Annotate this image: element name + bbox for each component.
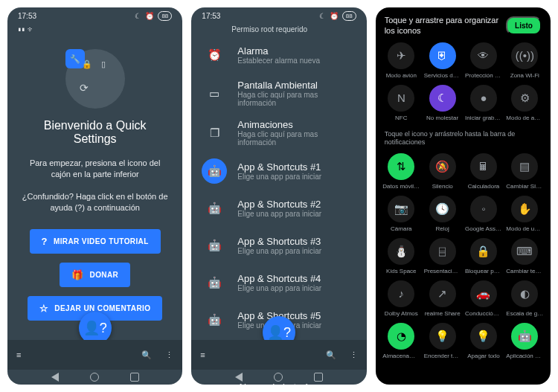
list-section-header: Permiso root requerido (191, 24, 366, 36)
tile-icon: ✈ (388, 42, 414, 69)
tile-label: Bloquear pantalla (465, 268, 502, 274)
qs-tile[interactable]: 🖩Calculadora (464, 153, 503, 190)
qs-tile[interactable]: ☾No molestar (423, 85, 462, 121)
row-subtitle: Haga clic aquí para mas información (237, 91, 356, 107)
tile-icon: ⛨ (429, 42, 456, 69)
search-icon[interactable]: 🔍 (141, 350, 152, 360)
qs-tile[interactable]: 🔒Bloquear pantalla (464, 238, 503, 274)
qs-tile[interactable]: ⌨Cambiar teclado (505, 238, 545, 274)
list-item[interactable]: 🤖App & Shortcuts #1Elige una app para in… (196, 152, 362, 190)
row-title: App & Shortcuts #1 (237, 161, 321, 173)
menu-icon[interactable]: ≡ (16, 350, 21, 359)
tile-label: Encender todo (424, 353, 461, 359)
nav-home[interactable] (274, 373, 283, 382)
qs-tile[interactable]: ✈Modo avión (382, 42, 421, 79)
list-item[interactable]: 🤖App & Shortcuts #3Elige una app para in… (196, 227, 362, 264)
welcome-p1: Para empezar, presiona el icono del cajó… (21, 158, 169, 181)
row-title: Animaciones (237, 119, 356, 130)
qs-hint: Toque el icono y arrástrelo hasta la bar… (376, 126, 551, 152)
qs-tile[interactable]: ◔Almacenamien… (382, 323, 421, 359)
list-item[interactable]: ❐AnimacionesHaga clic aquí para mas info… (196, 113, 362, 152)
qs-active-row-2: NNFC☾No molestar●Iniciar grabación de…⚙M… (376, 83, 551, 126)
tile-label: realme Share (425, 310, 461, 317)
row-subtitle: Elige una app para iniciar (237, 247, 321, 255)
qs-tile[interactable]: ⚙Modo de ahorro de en… (505, 85, 545, 121)
nav-home[interactable] (90, 373, 99, 382)
row-icon: 🤖 (202, 158, 227, 184)
bottom-toolbar: ≡ 🔍 ⋮ (7, 340, 182, 370)
qs-tile[interactable]: 💡Apagar todo (464, 323, 503, 359)
search-icon[interactable]: 🔍 (326, 350, 336, 360)
screen-welcome: 17:53 ☾ ⏰ 88 ▮▮ ᯤ 🔒 ▯ ⟳ 🔧 Bienvenido a Q… (7, 7, 182, 385)
more-icon[interactable]: ⋮ (165, 350, 173, 360)
status-bar: 17:53 ☾ ⏰ 88 (7, 7, 182, 24)
qs-tile[interactable]: ↗realme Share (423, 280, 462, 317)
nav-back[interactable] (235, 373, 243, 382)
tile-icon: ☾ (429, 85, 456, 112)
screen-settings-list: 17:53 ☾ ⏰ 88 Permiso root requerido ⏰Ala… (191, 7, 366, 385)
qs-tile[interactable]: ⛄Kids Space (382, 238, 421, 274)
row-icon: 🤖 (202, 196, 227, 221)
tile-label: Almacenamien… (382, 353, 420, 359)
qs-tile[interactable]: ◦Google Assistant (464, 196, 503, 232)
list-item[interactable]: ▭Pantalla AmbientalHaga clic aquí para m… (196, 74, 362, 113)
tile-icon: ♪ (388, 280, 414, 307)
sim-icon: ▯ (98, 60, 109, 70)
video-tutorial-button[interactable]: ? MIRAR VIDEO TUTORIAL (30, 229, 161, 254)
tile-icon: N (388, 85, 414, 112)
nav-back[interactable] (51, 373, 59, 382)
tile-icon: 📷 (388, 196, 414, 222)
tile-label: Presentación en pantalla (424, 268, 461, 274)
qs-tile[interactable]: 🔕Silencio (423, 153, 462, 190)
qs-tile[interactable]: ⛨Servicios de ubicación (423, 42, 462, 79)
tile-icon: 👁 (470, 42, 497, 69)
row-title: Pantalla Ambiental (237, 80, 356, 91)
qs-tile[interactable]: 🚗Conducción inteligente (464, 280, 503, 317)
tile-icon: ⇅ (388, 153, 414, 180)
qs-tile[interactable]: 📷Cámara (382, 196, 421, 232)
list-item[interactable]: 🤖App & Shortcuts #4Elige una app para in… (196, 264, 362, 301)
qs-tile[interactable]: ●Iniciar grabación de… (464, 85, 503, 121)
tile-icon: ● (470, 85, 497, 112)
qs-tile[interactable]: ⇅Datos móviles (382, 153, 421, 190)
tile-label: Datos móviles (382, 183, 420, 190)
tile-icon: 🔕 (429, 153, 456, 180)
qs-tile[interactable]: 🤖Aplicación &… (505, 323, 545, 359)
welcome-panel: 🔒 ▯ ⟳ 🔧 Bienvenido a Quick Settings Para… (7, 34, 182, 325)
nav-recent[interactable] (314, 373, 323, 382)
row-icon: ❐ (202, 121, 227, 146)
tile-icon: 🔒 (470, 238, 497, 265)
qs-tile[interactable]: ♪Dolby Atmos (382, 280, 421, 317)
tile-label: Modo de una mano (506, 225, 543, 232)
qs-tile[interactable]: ◐Escala de grises (505, 280, 545, 317)
qs-tile[interactable]: NNFC (382, 85, 421, 121)
status-time: 17:53 (202, 12, 220, 20)
battery-pill: 88 (342, 11, 356, 21)
qs-tile[interactable]: ⌸Presentación en pantalla (423, 238, 462, 274)
qs-tile[interactable]: 💡Encender todo (423, 323, 462, 359)
row-subtitle: Establecer alarma nueva (237, 57, 320, 65)
more-icon[interactable]: ⋮ (350, 350, 358, 360)
menu-icon[interactable]: ≡ (200, 350, 205, 359)
person-help-icon: 👤? (83, 320, 107, 336)
tile-label: Cambiar teclado (506, 268, 543, 274)
qs-tile[interactable]: ((•))Zona Wi-Fi (505, 42, 545, 79)
tile-label: Escala de grises (506, 310, 543, 317)
status-bar: 17:53 ☾ ⏰ 88 (191, 7, 366, 24)
qs-tile[interactable]: 👁Protección nocturna (464, 42, 503, 79)
done-button[interactable]: Listo (506, 16, 542, 35)
row-subtitle: Elige una app para iniciar (237, 284, 321, 292)
row-subtitle: Elige una app para iniciar (237, 210, 321, 218)
tile-label: Servicios de ubicación (424, 72, 461, 79)
donate-button[interactable]: 🎁 DONAR (60, 263, 130, 287)
qs-tile[interactable]: 🕓Reloj (423, 196, 462, 232)
tile-label: Dolby Atmos (385, 310, 418, 317)
tile-icon: 🤖 (511, 323, 538, 350)
list-item[interactable]: ⏰AlarmaEstablecer alarma nueva (196, 36, 362, 74)
list-item[interactable]: 🤖App & Shortcuts #2Elige una app para in… (196, 190, 362, 227)
tile-label: Cambiar SIM de datos (506, 183, 543, 190)
qs-tile[interactable]: ✋Modo de una mano (505, 196, 545, 232)
nav-recent[interactable] (130, 373, 139, 382)
tile-icon: ◔ (388, 323, 414, 350)
qs-tile[interactable]: ▤Cambiar SIM de datos (505, 153, 545, 190)
